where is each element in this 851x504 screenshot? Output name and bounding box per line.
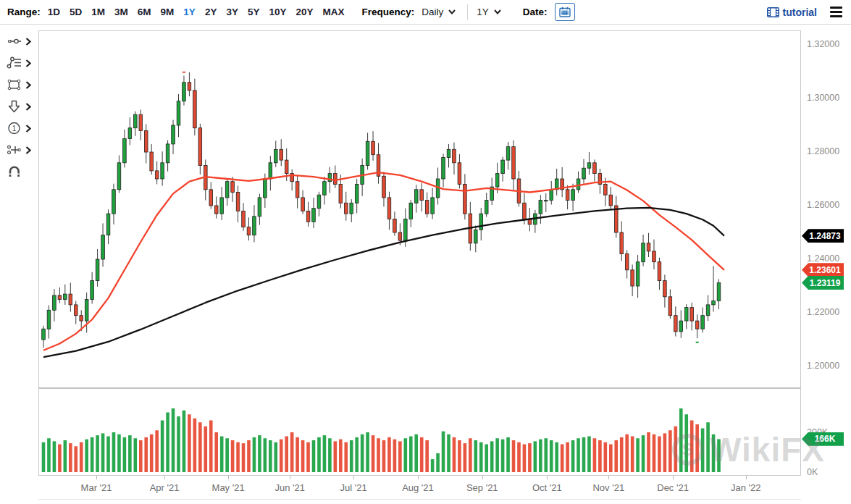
chevron-right-icon [25,125,31,133]
time-axis-label: Nov '21 [592,482,624,493]
frequency-value: Daily [422,7,443,17]
time-axis-tick [418,476,419,479]
volume-axis-label: 0K [807,467,818,477]
last-volume-badge: 166K [802,432,844,446]
time-axis-tick [482,476,483,479]
time-axis-label: Dec '21 [657,482,689,493]
range-option-5y[interactable]: 5Y [248,7,260,17]
last-price-badge-ma_slow: 1.24873 [802,229,844,243]
tutorial-button[interactable]: tutorial [767,7,817,18]
trend-line-icon [7,34,22,49]
frequency-label: Frequency: [361,7,414,17]
time-axis-label: Mar '21 [81,482,112,493]
magnet-icon [7,164,22,179]
chevron-right-icon [25,103,31,111]
chart-application: Range: 1D5D1M3M6M9M1Y2Y3Y5Y10Y20YMAX Fre… [0,0,851,504]
calendar-icon [559,7,571,17]
volume-chart-canvas[interactable] [39,390,800,475]
chevron-right-icon [25,81,31,89]
menu-icon[interactable] [829,5,844,19]
frequency-dropdown[interactable]: Daily [422,7,456,17]
time-axis-tick [228,476,229,479]
price-axis-label: 1.30000 [807,93,839,103]
tool-trend-line[interactable] [0,30,35,52]
period-dropdown[interactable]: 1Y [477,7,501,17]
date-label: Date: [523,7,548,17]
toolbar-separator [467,4,468,20]
lines-list-icon [7,56,22,70]
time-axis-tick [96,476,97,479]
tool-measure[interactable] [0,139,35,161]
tool-shape[interactable] [0,74,35,96]
tool-annotation-lines[interactable] [0,52,35,74]
tool-number-annotation[interactable]: 1 [0,117,35,139]
price-axis-label: 1.24000 [807,253,839,264]
chevron-right-icon [25,146,31,154]
period-value: 1Y [477,7,489,17]
chevron-right-icon [25,59,31,67]
series-ma_slow [43,208,724,357]
time-axis-label: Oct '21 [532,482,562,493]
range-option-3m[interactable]: 3M [114,7,128,17]
range-option-max[interactable]: MAX [322,7,344,17]
film-icon [767,7,779,17]
top-toolbar: Range: 1D5D1M3M6M9M1Y2Y3Y5Y10Y20YMAX Fre… [0,0,851,25]
tool-magnet-snap[interactable] [0,161,35,182]
price-axis-label: 1.22000 [807,307,839,317]
range-option-1d[interactable]: 1D [48,7,60,17]
time-axis-label: Jun '21 [274,482,305,493]
time-axis-label: Aug '21 [402,482,434,493]
down-arrow-icon [7,99,22,114]
last-price-badge-ma_fast: 1.23601 [802,263,844,277]
time-axis-tick [353,476,354,479]
range-option-20y[interactable]: 20Y [295,7,313,17]
price-axis-label: 1.28000 [807,146,839,156]
time-axis-tick [290,476,290,479]
price-axis-label: 1.26000 [807,200,839,210]
tool-arrow[interactable] [0,96,35,117]
range-option-9m[interactable]: 9M [161,7,175,17]
price-axis-label: 1.20000 [807,361,839,371]
time-axis-tick [608,476,609,479]
chevron-right-icon [25,38,31,46]
time-axis-tick [164,476,165,479]
time-axis-label: Sep '21 [466,482,498,493]
date-picker-button[interactable] [555,3,575,21]
panel-divider[interactable] [38,387,801,389]
time-axis-label: May '21 [212,482,245,493]
chevron-down-icon [494,9,501,14]
chevron-down-icon [448,9,456,14]
range-option-6m[interactable]: 6M [138,7,151,17]
time-axis-label: Jan '22 [731,482,761,493]
time-axis-label: Apr '21 [150,482,180,493]
time-axis: Mar '21Apr '21May '21Jun '21Jul '21Aug '… [38,476,801,500]
circled-one-icon: 1 [7,121,22,135]
price-axis-label: 1.32000 [807,39,839,49]
measure-icon [7,143,22,157]
drawing-toolbar: 1 [0,30,35,182]
last-price-badge-close: 1.23119 [802,276,844,290]
time-axis-label: Jul '21 [340,482,367,493]
range-option-3y[interactable]: 3Y [226,7,238,17]
price-chart-canvas[interactable] [39,31,800,387]
tutorial-label: tutorial [783,7,817,18]
time-axis-tick [547,476,548,479]
range-options: 1D5D1M3M6M9M1Y2Y3Y5Y10Y20YMAX [48,7,345,17]
range-option-5d[interactable]: 5D [70,7,82,17]
range-option-2y[interactable]: 2Y [205,7,217,17]
range-option-1m[interactable]: 1M [91,7,105,17]
time-axis-tick [673,476,674,479]
range-option-10y[interactable]: 10Y [269,7,286,17]
range-option-1y[interactable]: 1Y [183,7,196,17]
range-label: Range: [7,7,41,17]
time-axis-tick [746,476,747,479]
svg-text:1: 1 [12,125,17,133]
rectangle-shape-icon [7,77,22,92]
